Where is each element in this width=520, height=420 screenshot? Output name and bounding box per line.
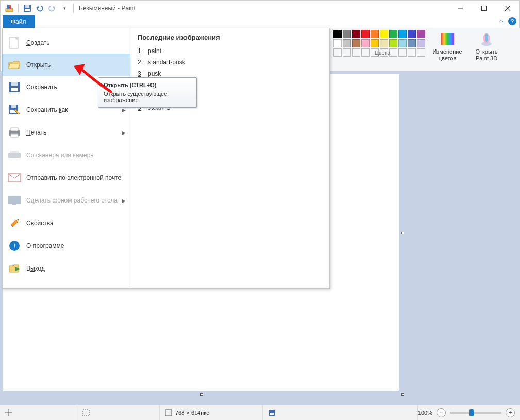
open-paint3d-button[interactable]: Открыть Paint 3D bbox=[469, 30, 504, 61]
ribbon-colors-group: Цвета Изменение цветов Открыть Paint 3D bbox=[330, 28, 520, 71]
recent-item[interactable]: 1paint bbox=[138, 45, 322, 57]
color-swatch[interactable] bbox=[361, 30, 370, 38]
svg-rect-1 bbox=[7, 5, 9, 9]
menu-properties[interactable]: Свойства bbox=[3, 212, 130, 234]
menu-open[interactable]: Открыть bbox=[2, 54, 130, 76]
svg-rect-14 bbox=[11, 88, 18, 91]
exit-icon bbox=[8, 262, 21, 275]
new-file-icon bbox=[8, 36, 21, 49]
group-label-colors: Цвета bbox=[333, 49, 431, 56]
menu-from-scanner: Со сканера или камеры bbox=[3, 144, 130, 166]
edit-colors-button[interactable]: Изменение цветов bbox=[430, 30, 464, 61]
paint3d-icon bbox=[478, 31, 495, 47]
maximize-button[interactable] bbox=[472, 1, 496, 16]
minimize-ribbon-icon[interactable]: ヘ bbox=[499, 18, 504, 25]
properties-icon bbox=[8, 216, 21, 230]
minimize-button[interactable] bbox=[448, 1, 472, 16]
status-selection bbox=[77, 405, 160, 421]
menu-send-email[interactable]: Отправить по электронной почте bbox=[3, 166, 130, 189]
resize-handle-right[interactable] bbox=[401, 232, 404, 234]
color-swatch[interactable] bbox=[389, 39, 397, 47]
svg-rect-32 bbox=[165, 410, 172, 416]
tooltip-title: Открыть (CTRL+O) bbox=[104, 82, 191, 88]
svg-rect-4 bbox=[25, 9, 30, 11]
svg-rect-26 bbox=[12, 204, 16, 205]
menu-print[interactable]: Печать ▶ bbox=[3, 121, 130, 144]
email-icon bbox=[8, 171, 21, 184]
svg-rect-2 bbox=[9, 5, 11, 9]
svg-rect-0 bbox=[6, 8, 13, 12]
color-swatch[interactable] bbox=[398, 39, 407, 47]
title-bar: ▾ Безымянный - Paint bbox=[1, 1, 519, 16]
tooltip-body: Открыть существующее изображение. bbox=[104, 91, 191, 103]
qat-save-icon[interactable] bbox=[22, 3, 33, 14]
zoom-slider-thumb[interactable] bbox=[469, 409, 474, 416]
submenu-arrow-icon: ▶ bbox=[122, 130, 126, 136]
save-as-icon bbox=[8, 103, 21, 116]
svg-rect-20 bbox=[11, 128, 18, 131]
save-icon bbox=[8, 80, 21, 94]
disk-icon bbox=[268, 409, 275, 416]
desktop-bg-icon bbox=[8, 194, 21, 207]
svg-rect-22 bbox=[8, 153, 21, 158]
zoom-level: 100% bbox=[418, 410, 432, 416]
menu-create[interactable]: Создать bbox=[3, 31, 130, 54]
app-icon bbox=[4, 3, 15, 14]
color-swatch[interactable] bbox=[343, 39, 351, 47]
tab-strip: Файл ヘ ? bbox=[1, 16, 519, 28]
qat-customize-icon[interactable]: ▾ bbox=[59, 3, 70, 14]
color-swatch[interactable] bbox=[333, 39, 342, 47]
color-swatch[interactable] bbox=[352, 30, 360, 38]
svg-rect-15 bbox=[11, 82, 18, 86]
svg-rect-7 bbox=[482, 6, 487, 11]
recent-header: Последние изображения bbox=[138, 33, 322, 41]
zoom-out-button[interactable]: − bbox=[437, 408, 446, 417]
help-icon[interactable]: ? bbox=[508, 17, 516, 25]
submenu-arrow-icon: ▶ bbox=[122, 198, 126, 204]
print-icon bbox=[8, 126, 21, 139]
recent-item[interactable]: 2standart-pusk bbox=[138, 57, 322, 68]
menu-exit[interactable]: Выход bbox=[3, 257, 130, 280]
svg-rect-5 bbox=[25, 5, 29, 8]
color-swatch[interactable] bbox=[343, 30, 351, 38]
qat-redo-icon[interactable] bbox=[46, 3, 58, 14]
color-swatch[interactable] bbox=[352, 39, 360, 47]
scanner-icon bbox=[8, 148, 21, 162]
zoom-in-button[interactable]: + bbox=[506, 408, 515, 417]
color-swatch[interactable] bbox=[371, 39, 379, 47]
close-button[interactable] bbox=[496, 1, 519, 16]
color-swatch[interactable] bbox=[380, 30, 388, 38]
edit-colors-icon bbox=[439, 31, 456, 47]
color-swatch[interactable] bbox=[361, 39, 370, 47]
svg-rect-21 bbox=[11, 134, 18, 137]
color-swatch[interactable] bbox=[371, 30, 379, 38]
info-icon: i bbox=[8, 239, 21, 253]
color-swatch[interactable] bbox=[408, 39, 416, 47]
file-menu-dropdown: Создать Открыть Сохранить Сохранить как … bbox=[2, 28, 330, 289]
color-swatch[interactable] bbox=[333, 30, 342, 38]
color-swatch[interactable] bbox=[417, 30, 425, 38]
color-swatch[interactable] bbox=[417, 39, 425, 47]
menu-set-desktop: Сделать фоном рабочего стола ▶ bbox=[3, 189, 130, 212]
menu-about[interactable]: i О программе bbox=[3, 234, 130, 257]
resize-handle-bottom[interactable] bbox=[200, 393, 203, 396]
resize-handle-corner[interactable] bbox=[401, 393, 404, 396]
open-folder-icon bbox=[8, 58, 21, 72]
color-swatch[interactable] bbox=[380, 39, 388, 47]
color-swatch[interactable] bbox=[408, 30, 416, 38]
dimensions-icon bbox=[165, 409, 172, 416]
svg-rect-10 bbox=[441, 33, 454, 45]
svg-rect-34 bbox=[270, 413, 274, 415]
qat-undo-icon[interactable] bbox=[34, 3, 45, 14]
svg-rect-25 bbox=[8, 196, 21, 204]
file-tab[interactable]: Файл bbox=[3, 15, 35, 28]
svg-rect-31 bbox=[83, 410, 89, 416]
status-bar: 768 × 614пкс 100% − + bbox=[0, 405, 520, 420]
status-cursor-pos bbox=[0, 405, 77, 421]
tooltip-open: Открыть (CTRL+O) Открыть существующее из… bbox=[98, 77, 197, 108]
submenu-arrow-icon: ▶ bbox=[122, 107, 126, 113]
color-swatch[interactable] bbox=[389, 30, 397, 38]
selection-icon bbox=[82, 409, 90, 416]
zoom-slider[interactable] bbox=[450, 412, 501, 414]
color-swatch[interactable] bbox=[398, 30, 407, 38]
